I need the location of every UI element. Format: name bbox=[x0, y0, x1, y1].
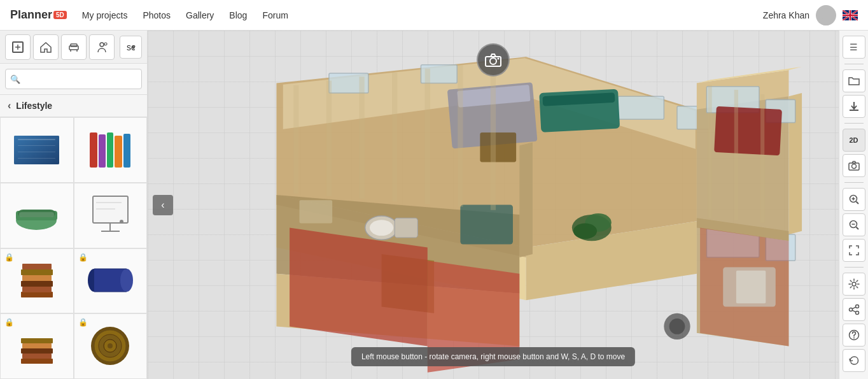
svg-rect-34 bbox=[21, 292, 53, 297]
view-2d-label: 2D bbox=[849, 136, 858, 144]
item-image bbox=[11, 127, 62, 172]
svg-rect-17 bbox=[18, 158, 55, 159]
svg-rect-36 bbox=[21, 281, 53, 287]
svg-point-56 bbox=[490, 58, 496, 64]
svg-point-57 bbox=[498, 58, 500, 60]
svg-line-128 bbox=[852, 310, 855, 312]
menu-icon: ☰ bbox=[850, 42, 858, 52]
search-input-wrap: 🔍 bbox=[5, 69, 142, 89]
nav-photos[interactable]: Photos bbox=[143, 10, 171, 20]
svg-point-94 bbox=[573, 223, 597, 239]
search-icon: 🔍 bbox=[10, 75, 20, 84]
items-grid: 🔒 🔒 bbox=[0, 117, 147, 379]
search-input[interactable] bbox=[5, 69, 142, 89]
svg-point-0 bbox=[822, 8, 830, 17]
zoom-out-button[interactable] bbox=[843, 213, 865, 236]
svg-rect-39 bbox=[22, 264, 52, 269]
category-header[interactable]: ‹ Lifestyle bbox=[0, 95, 147, 117]
user-area: Zehra Khan bbox=[763, 5, 858, 25]
help-button[interactable] bbox=[843, 324, 865, 347]
divider bbox=[844, 64, 864, 64]
right-sidebar: ☰ 2D bbox=[839, 31, 868, 379]
fullscreen-button[interactable] bbox=[843, 239, 865, 262]
logo-text: Planner bbox=[10, 8, 52, 22]
add-room-button[interactable] bbox=[5, 34, 31, 60]
svg-rect-38 bbox=[21, 269, 53, 275]
nav-gallery[interactable]: Gallery bbox=[186, 10, 214, 20]
svg-rect-27 bbox=[19, 212, 54, 217]
list-item[interactable]: 🔒 bbox=[0, 313, 74, 379]
svg-rect-96 bbox=[480, 132, 516, 162]
svg-rect-48 bbox=[22, 343, 52, 348]
nav-my-projects[interactable]: My projects bbox=[82, 10, 128, 20]
svg-marker-67 bbox=[519, 142, 533, 257]
home-button[interactable] bbox=[33, 34, 59, 60]
svg-point-130 bbox=[853, 338, 855, 339]
camera-snapshot-button[interactable] bbox=[843, 154, 865, 177]
svg-rect-91 bbox=[714, 106, 782, 156]
people-button[interactable] bbox=[89, 34, 115, 60]
svg-rect-28 bbox=[93, 196, 128, 223]
svg-point-123 bbox=[852, 282, 856, 286]
svg-rect-15 bbox=[18, 145, 55, 146]
svg-rect-7 bbox=[71, 44, 77, 46]
svg-rect-45 bbox=[21, 359, 53, 364]
nav-forum[interactable]: Forum bbox=[262, 10, 288, 20]
svg-rect-14 bbox=[18, 139, 55, 140]
svg-rect-16 bbox=[18, 152, 55, 152]
tooltip-bar: Left mouse button - rotate camera, right… bbox=[351, 347, 635, 366]
divider bbox=[844, 182, 864, 183]
svg-rect-23 bbox=[123, 134, 130, 168]
svg-rect-20 bbox=[99, 134, 106, 168]
list-item[interactable]: 🔒 bbox=[74, 248, 148, 314]
folder-button[interactable] bbox=[843, 69, 865, 92]
list-item[interactable] bbox=[0, 117, 74, 183]
list-item[interactable] bbox=[0, 183, 74, 248]
tooltip-text: Left mouse button - rotate camera, right… bbox=[361, 352, 625, 361]
svg-point-42 bbox=[120, 269, 133, 292]
svg-rect-97 bbox=[460, 205, 513, 245]
canvas-area[interactable]: ‹ Left mouse button - rotate camera, rig… bbox=[148, 31, 839, 379]
floor-selector-wrap[interactable]: second floor first floor ground floor bbox=[120, 36, 142, 59]
item-image bbox=[85, 127, 136, 172]
svg-rect-19 bbox=[90, 132, 97, 168]
svg-point-1 bbox=[818, 18, 834, 25]
camera-button[interactable] bbox=[477, 43, 510, 76]
item-image bbox=[11, 324, 62, 369]
left-sidebar: second floor first floor ground floor 🔍 … bbox=[0, 31, 148, 379]
svg-point-11 bbox=[104, 43, 107, 45]
settings-button[interactable] bbox=[843, 273, 865, 296]
furniture-button[interactable] bbox=[61, 34, 87, 60]
svg-point-54 bbox=[108, 343, 113, 348]
list-item[interactable] bbox=[74, 117, 148, 183]
svg-rect-21 bbox=[107, 132, 113, 168]
nav-arrow-left[interactable]: ‹ bbox=[153, 195, 173, 215]
floor-selector[interactable]: second floor first floor ground floor bbox=[120, 36, 142, 59]
logo: Planner 5D bbox=[10, 8, 67, 22]
svg-rect-46 bbox=[22, 354, 52, 359]
left-arrow-icon: ‹ bbox=[161, 199, 164, 211]
view-2d-button[interactable]: 2D bbox=[843, 129, 865, 152]
nav-blog[interactable]: Blog bbox=[229, 10, 247, 20]
back-arrow-icon: ‹ bbox=[8, 100, 11, 111]
item-image bbox=[11, 259, 62, 303]
main-area: second floor first floor ground floor 🔍 … bbox=[0, 31, 868, 379]
svg-rect-47 bbox=[21, 348, 53, 354]
undo-button[interactable] bbox=[843, 349, 865, 372]
logo-badge: 5D bbox=[53, 11, 67, 19]
share-button[interactable] bbox=[843, 298, 865, 321]
svg-point-125 bbox=[849, 308, 852, 311]
search-row: 🔍 bbox=[0, 64, 147, 95]
list-item[interactable]: 🔒 bbox=[0, 248, 74, 314]
svg-rect-22 bbox=[115, 136, 122, 168]
avatar[interactable] bbox=[816, 5, 836, 25]
list-item[interactable]: 🔒 bbox=[74, 313, 148, 379]
zoom-in-button[interactable] bbox=[843, 188, 865, 211]
flag-icon bbox=[843, 10, 858, 20]
svg-point-10 bbox=[100, 43, 104, 46]
menu-button[interactable]: ☰ bbox=[843, 36, 865, 59]
item-image bbox=[85, 193, 136, 238]
download-button[interactable] bbox=[843, 95, 865, 118]
svg-point-99 bbox=[669, 318, 685, 334]
list-item[interactable] bbox=[74, 183, 148, 248]
